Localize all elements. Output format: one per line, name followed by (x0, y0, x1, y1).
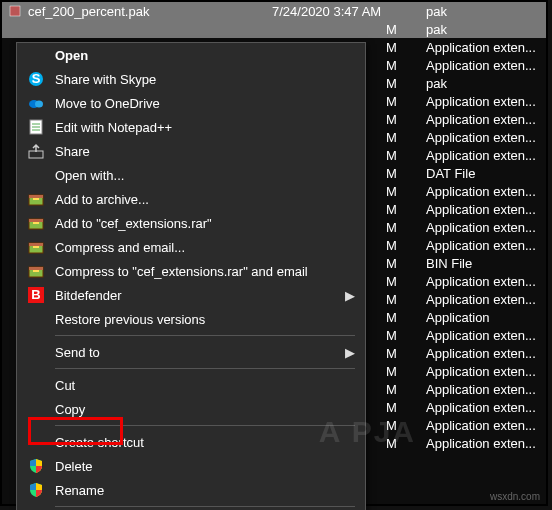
svg-text:B: B (31, 287, 40, 302)
menu-separator (55, 335, 355, 336)
file-time-suffix: M (386, 382, 416, 397)
file-type: Application exten... (416, 184, 546, 199)
file-type: Application (416, 310, 546, 325)
file-time-suffix: M (386, 58, 416, 73)
file-type: Application exten... (416, 382, 546, 397)
menu-copy[interactable]: Copy (17, 397, 365, 421)
svg-rect-11 (29, 195, 43, 198)
skype-icon: S (25, 70, 47, 88)
file-type: Application exten... (416, 148, 546, 163)
file-time-suffix: M (386, 310, 416, 325)
svg-rect-14 (29, 219, 43, 222)
file-time-suffix: M (386, 238, 416, 253)
file-time-suffix: M (386, 256, 416, 271)
share-icon (25, 142, 47, 160)
file-type: pak (416, 4, 546, 19)
source-tag: wsxdn.com (490, 491, 540, 502)
svg-point-4 (35, 101, 43, 108)
menu-send-to[interactable]: Send to ▶ (17, 340, 365, 364)
shield-icon (25, 457, 47, 475)
menu-share[interactable]: Share (17, 139, 365, 163)
file-type: Application exten... (416, 112, 546, 127)
menu-restore[interactable]: Restore previous versions (17, 307, 365, 331)
menu-separator (55, 506, 355, 507)
file-type: Application exten... (416, 364, 546, 379)
file-time-suffix: M (386, 292, 416, 307)
winrar-icon (25, 214, 47, 232)
file-time-suffix: M (386, 346, 416, 361)
explorer-window: cef_200_percent.pak 7/24/2020 3:47 AM pa… (0, 0, 548, 506)
file-time-suffix: M (386, 148, 416, 163)
file-time-suffix: M (386, 274, 416, 289)
file-type: Application exten... (416, 130, 546, 145)
shield-icon (25, 481, 47, 499)
blank-icon (25, 433, 47, 451)
file-time-suffix: M (386, 400, 416, 415)
menu-separator (55, 368, 355, 369)
file-time-suffix: M (386, 76, 416, 91)
file-type: BIN File (416, 256, 546, 271)
blank-icon (25, 166, 47, 184)
file-type: Application exten... (416, 292, 546, 307)
menu-compress-email[interactable]: Compress and email... (17, 235, 365, 259)
file-time-suffix: M (386, 202, 416, 217)
file-type: Application exten... (416, 400, 546, 415)
file-time-suffix: M (386, 436, 416, 451)
winrar-icon (25, 262, 47, 280)
file-time-suffix: M (386, 22, 416, 37)
file-time-suffix: M (386, 40, 416, 55)
bitdefender-icon: B (25, 286, 47, 304)
file-row[interactable]: Mpak (2, 20, 546, 38)
menu-add-archive[interactable]: Add to archive... (17, 187, 365, 211)
svg-rect-12 (33, 198, 39, 200)
file-type: Application exten... (416, 202, 546, 217)
blank-icon (25, 310, 47, 328)
chevron-right-icon: ▶ (343, 345, 355, 360)
file-type: pak (416, 76, 546, 91)
onedrive-icon (25, 94, 47, 112)
svg-rect-15 (33, 222, 39, 224)
file-type: pak (416, 22, 546, 37)
file-time-suffix: M (386, 112, 416, 127)
svg-rect-0 (10, 6, 20, 16)
file-time-suffix: M (386, 418, 416, 433)
menu-compress-rar-email[interactable]: Compress to "cef_extensions.rar" and ema… (17, 259, 365, 283)
winrar-icon (25, 238, 47, 256)
menu-onedrive[interactable]: Move to OneDrive (17, 91, 365, 115)
file-time-suffix: M (386, 94, 416, 109)
blank-icon (25, 343, 47, 361)
file-time-suffix: M (386, 130, 416, 145)
menu-add-rar[interactable]: Add to "cef_extensions.rar" (17, 211, 365, 235)
menu-bitdefender[interactable]: B Bitdefender ▶ (17, 283, 365, 307)
file-type: Application exten... (416, 436, 546, 451)
file-row-selected[interactable]: cef_200_percent.pak 7/24/2020 3:47 AM pa… (2, 2, 546, 20)
menu-notepadpp[interactable]: Edit with Notepad++ (17, 115, 365, 139)
file-date: 7/24/2020 3:47 AM (266, 4, 416, 19)
menu-rename[interactable]: Rename (17, 478, 365, 502)
svg-rect-21 (33, 270, 39, 272)
file-type: Application exten... (416, 58, 546, 73)
menu-create-shortcut[interactable]: Create shortcut (17, 430, 365, 454)
svg-rect-20 (29, 267, 43, 270)
menu-open[interactable]: Open (17, 43, 365, 67)
menu-cut[interactable]: Cut (17, 373, 365, 397)
file-icon (6, 21, 24, 37)
file-type: Application exten... (416, 220, 546, 235)
menu-share-skype[interactable]: S Share with Skype (17, 67, 365, 91)
file-type: Application exten... (416, 40, 546, 55)
chevron-right-icon: ▶ (343, 288, 355, 303)
file-time-suffix: M (386, 220, 416, 235)
file-type: DAT File (416, 166, 546, 181)
svg-text:S: S (32, 71, 41, 86)
file-type: Application exten... (416, 418, 546, 433)
context-menu: Open S Share with Skype Move to OneDrive… (16, 42, 366, 510)
winrar-icon (25, 190, 47, 208)
file-type: Application exten... (416, 274, 546, 289)
file-time-suffix: M (386, 328, 416, 343)
menu-delete[interactable]: Delete (17, 454, 365, 478)
svg-rect-18 (33, 246, 39, 248)
menu-open-with[interactable]: Open with... (17, 163, 365, 187)
blank-icon (25, 376, 47, 394)
file-type: Application exten... (416, 238, 546, 253)
file-time-suffix: M (386, 364, 416, 379)
